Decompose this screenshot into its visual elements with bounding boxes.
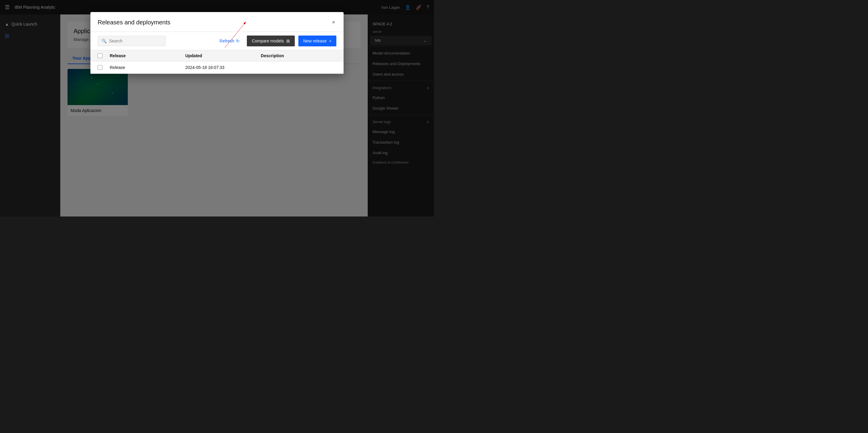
- compare-models-button[interactable]: Compare models ⊞: [247, 36, 295, 46]
- modal-dialog: Releases and deployments × 🔍 Refresh ↻ C…: [90, 12, 344, 74]
- table-row[interactable]: Release 2024-05-18 16:07:33: [90, 61, 344, 74]
- search-icon: 🔍: [101, 38, 107, 43]
- row-release: Release: [110, 65, 185, 70]
- row-checkbox-cell: [98, 65, 110, 70]
- refresh-icon: ↻: [236, 38, 240, 43]
- new-release-button[interactable]: New release +: [299, 36, 336, 46]
- table-header-description: Description: [261, 53, 336, 58]
- modal-title: Releases and deployments: [98, 19, 170, 26]
- modal-table: Release Updated Description Release 2024…: [90, 50, 344, 74]
- modal-toolbar: 🔍 Refresh ↻ Compare models ⊞ New release…: [90, 32, 344, 50]
- modal-backdrop[interactable]: Releases and deployments × 🔍 Refresh ↻ C…: [0, 0, 434, 216]
- select-all-checkbox[interactable]: [98, 53, 102, 58]
- new-release-label: New release: [303, 38, 327, 43]
- row-updated: 2024-05-18 16:07:33: [185, 65, 261, 70]
- modal-close-button[interactable]: ×: [331, 18, 336, 27]
- table-header-checkbox: [98, 53, 110, 58]
- table-header-release: Release: [110, 53, 185, 58]
- compare-icon: ⊞: [286, 38, 290, 43]
- search-input[interactable]: [109, 38, 162, 43]
- search-box: 🔍: [98, 36, 166, 46]
- row-checkbox[interactable]: [98, 65, 102, 70]
- refresh-button[interactable]: Refresh ↻: [216, 36, 243, 46]
- table-header: Release Updated Description: [90, 50, 344, 61]
- new-release-plus-icon: +: [329, 38, 332, 43]
- refresh-label: Refresh: [219, 38, 234, 43]
- compare-models-label: Compare models: [252, 38, 284, 43]
- table-header-updated: Updated: [185, 53, 261, 58]
- modal-header: Releases and deployments ×: [90, 12, 344, 32]
